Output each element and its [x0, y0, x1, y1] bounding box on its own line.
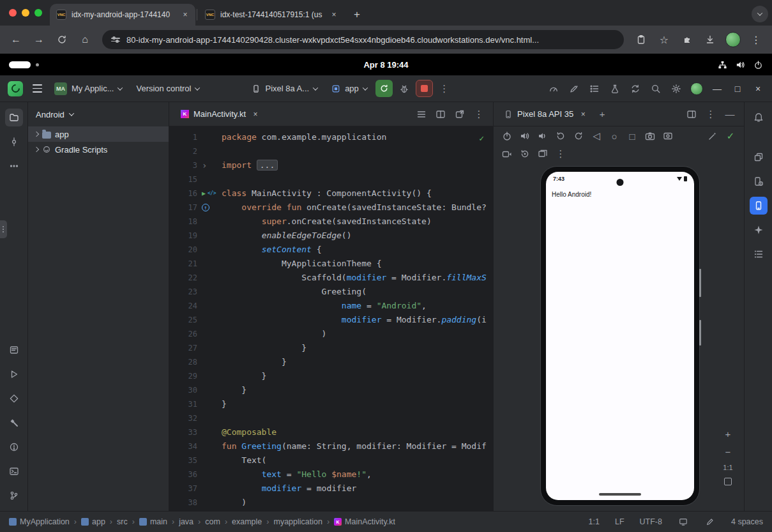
editor-tab-close-icon[interactable]: ×: [250, 109, 261, 119]
fold-gutter-icon[interactable]: ›: [202, 158, 207, 172]
device-selector[interactable]: Pixel 8a A...: [246, 79, 323, 98]
terminal-tool-button[interactable]: [5, 462, 23, 480]
fit-to-window-button[interactable]: [724, 478, 732, 485]
editor-tab-mainactivity[interactable]: K MainActivity.kt ×: [174, 102, 267, 126]
breadcrumb-item[interactable]: main: [139, 517, 167, 526]
run-tool-button[interactable]: [5, 365, 23, 383]
code-area[interactable]: ✓ 1package com.example.myapplication23›i…: [169, 126, 493, 511]
running-devices-button[interactable]: [750, 197, 768, 215]
structure-button[interactable]: [750, 245, 768, 263]
minimize-window-button[interactable]: [22, 9, 29, 17]
panel-layout-button[interactable]: [683, 105, 700, 123]
android-home-button[interactable]: ○: [606, 128, 623, 144]
todo-list-button[interactable]: [586, 80, 603, 98]
more-tool-windows-button[interactable]: [5, 157, 23, 175]
open-in-window-button[interactable]: [451, 105, 469, 123]
tool-window-drag-handle[interactable]: [0, 220, 7, 238]
reload-button[interactable]: [51, 29, 73, 50]
breadcrumb-item[interactable]: app: [81, 517, 105, 526]
run-more-options-button[interactable]: ⋮: [435, 80, 453, 98]
ide-user-avatar[interactable]: [688, 80, 706, 98]
app-inspection-tool-button[interactable]: [5, 390, 23, 407]
android-back-button[interactable]: ◁: [588, 128, 605, 144]
device-settings-button[interactable]: [704, 128, 721, 144]
profile-button[interactable]: [722, 29, 744, 50]
screenshot-button[interactable]: [642, 128, 658, 144]
project-view-selector[interactable]: Android: [36, 110, 64, 119]
project-tool-button[interactable]: [5, 109, 23, 126]
file-encoding[interactable]: UTF-8: [640, 517, 662, 526]
ide-settings-button[interactable]: [667, 80, 685, 98]
rotate-right-button[interactable]: [570, 128, 587, 144]
version-control-menu[interactable]: Version control: [130, 79, 205, 98]
browser-tab-inactive[interactable]: VNC idx-test-1744140517915:1 (us ×: [199, 4, 344, 26]
clipboard-button[interactable]: [630, 29, 652, 50]
debug-app-button[interactable]: [395, 80, 413, 98]
window-maximize-button[interactable]: □: [729, 80, 746, 98]
search-everywhere-button[interactable]: [647, 80, 665, 98]
gemini-button[interactable]: [750, 221, 768, 239]
display-indicator-button[interactable]: [677, 516, 689, 528]
add-device-tab-button[interactable]: +: [593, 105, 611, 123]
browser-menu-button[interactable]: ⋮: [745, 29, 767, 50]
commit-tool-button[interactable]: [5, 133, 23, 151]
caret-position[interactable]: 1:1: [589, 517, 600, 526]
new-tab-button[interactable]: +: [348, 6, 366, 24]
stop-app-button[interactable]: [416, 80, 433, 97]
line-separator[interactable]: LF: [615, 517, 624, 526]
rotate-left-button[interactable]: [552, 128, 569, 144]
notifications-button[interactable]: [750, 109, 768, 126]
volume-up-button[interactable]: [517, 128, 533, 144]
camera-button[interactable]: [660, 128, 676, 144]
rerun-app-button[interactable]: [375, 80, 393, 97]
version-control-tool-button[interactable]: [5, 487, 23, 505]
profiler-button[interactable]: [545, 80, 563, 98]
breadcrumb-item[interactable]: java: [179, 517, 193, 526]
device-tab-pixel8a[interactable]: Pixel 8a API 35 ×: [499, 102, 593, 126]
gradle-sync-button[interactable]: [626, 80, 644, 98]
tab-close-icon[interactable]: ×: [329, 10, 339, 20]
build-tool-button[interactable]: [5, 414, 23, 432]
site-settings-icon[interactable]: [111, 38, 120, 42]
breadcrumb-item[interactable]: example: [232, 517, 262, 526]
home-button[interactable]: ⌂: [74, 29, 96, 50]
tree-item-gradle-scripts[interactable]: Gradle Scripts: [28, 142, 169, 157]
close-window-button[interactable]: [9, 9, 17, 17]
code-gutter-icon[interactable]: </>: [208, 186, 216, 201]
expand-chevron-icon[interactable]: [34, 147, 39, 152]
expand-chevron-icon[interactable]: [34, 132, 39, 137]
breadcrumb-item[interactable]: MyApplication: [9, 517, 70, 526]
breadcrumb-item[interactable]: com: [205, 517, 220, 526]
phone-screen[interactable]: 7:43 Hello Android!: [546, 172, 694, 500]
device-file-explorer-button[interactable]: [750, 148, 768, 166]
run-gutter-icon[interactable]: ▶: [202, 186, 206, 201]
panel-options-button[interactable]: ⋮: [702, 105, 720, 123]
zoom-window-button[interactable]: [34, 9, 42, 17]
highlight-level-button[interactable]: [704, 516, 716, 528]
editor-list-button[interactable]: [412, 105, 430, 123]
device-more-button[interactable]: ⋮: [552, 146, 569, 162]
main-menu-button[interactable]: [28, 80, 46, 98]
extensions-button[interactable]: [676, 29, 698, 50]
logcat-tool-button[interactable]: [5, 341, 23, 359]
indent-setting[interactable]: 4 spaces: [731, 517, 763, 526]
window-minimize-button[interactable]: —: [708, 80, 726, 98]
screen-record-button[interactable]: [499, 146, 515, 162]
downloads-button[interactable]: [699, 29, 721, 50]
volume-down-button[interactable]: [534, 128, 551, 144]
zoom-out-button[interactable]: −: [722, 446, 734, 457]
tab-close-icon[interactable]: ×: [180, 10, 190, 20]
device-tab-close-icon[interactable]: ×: [578, 109, 588, 119]
tree-item-app[interactable]: app: [28, 126, 169, 142]
project-selector[interactable]: MA My Applic...: [49, 79, 128, 98]
device-power-button[interactable]: [499, 128, 515, 144]
browser-tab-active[interactable]: VNC idx-my-android-app-1744140 ×: [50, 4, 195, 26]
override-gutter-icon[interactable]: ↑: [202, 204, 209, 211]
device-restart-button[interactable]: [517, 146, 533, 162]
ai-assistant-button[interactable]: [565, 80, 583, 98]
editor-more-button[interactable]: ⋮: [470, 105, 488, 123]
breadcrumb-item[interactable]: src: [117, 517, 128, 526]
build-analyzer-button[interactable]: [606, 80, 624, 98]
inspections-ok-icon[interactable]: ✓: [479, 132, 484, 146]
problems-tool-button[interactable]: [5, 438, 23, 456]
